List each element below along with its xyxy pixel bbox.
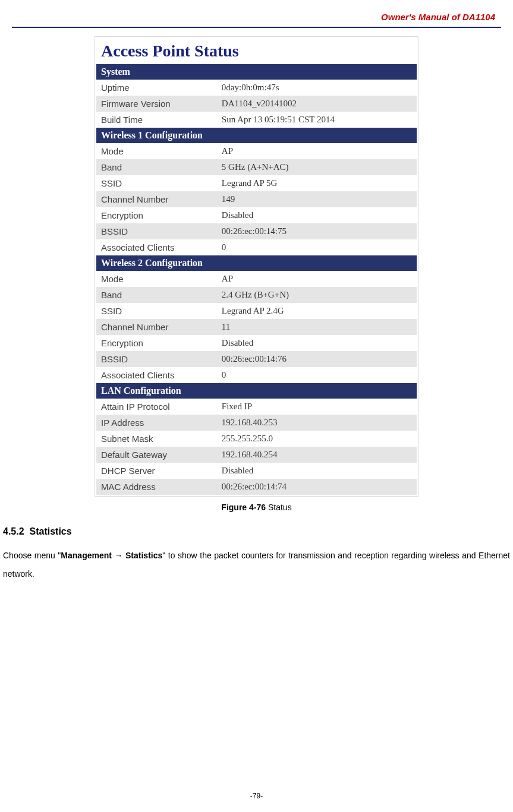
table-row: MAC Address00:26:ec:00:14:74 bbox=[96, 479, 417, 495]
table-row: BSSID00:26:ec:00:14:76 bbox=[96, 351, 417, 367]
row-value: Fixed IP bbox=[218, 399, 417, 415]
row-label: SSID bbox=[96, 175, 218, 191]
header-divider bbox=[12, 27, 501, 28]
section-wireless2: Wireless 2 Configuration bbox=[96, 255, 417, 271]
row-label: Firmware Version bbox=[96, 96, 218, 112]
section-content: 4.5.2 Statistics Choose menu "Management… bbox=[3, 526, 510, 583]
table-row: SSIDLegrand AP 2.4G bbox=[96, 303, 417, 319]
row-label: Mode bbox=[96, 143, 218, 159]
table-row: DHCP ServerDisabled bbox=[96, 463, 417, 479]
table-row: Associated Clients0 bbox=[96, 239, 417, 255]
table-row: Band2.4 GHz (B+G+N) bbox=[96, 287, 417, 303]
section-system: System bbox=[96, 64, 417, 80]
row-label: DHCP Server bbox=[96, 463, 218, 479]
row-label: Encryption bbox=[96, 335, 218, 351]
figure-wrap: Access Point Status System Uptime0day:0h… bbox=[0, 36, 513, 497]
table-row: EncryptionDisabled bbox=[96, 335, 417, 351]
table-row: Subnet Mask255.255.255.0 bbox=[96, 431, 417, 447]
table-row: SSIDLegrand AP 5G bbox=[96, 175, 417, 191]
table-row: ModeAP bbox=[96, 143, 417, 159]
table-row: EncryptionDisabled bbox=[96, 207, 417, 223]
section-number: 4.5.2 bbox=[3, 526, 24, 536]
row-label: Mode bbox=[96, 271, 218, 287]
table-row: Default Gateway192.168.40.254 bbox=[96, 447, 417, 463]
row-value: AP bbox=[218, 271, 417, 287]
row-value: Legrand AP 5G bbox=[218, 175, 417, 191]
table-row: Uptime0day:0h:0m:47s bbox=[96, 80, 417, 96]
row-value: 00:26:ec:00:14:75 bbox=[218, 223, 417, 239]
row-value: 149 bbox=[218, 191, 417, 207]
row-label: BSSID bbox=[96, 351, 218, 367]
row-value: 00:26:ec:00:14:76 bbox=[218, 351, 417, 367]
row-label: Attain IP Protocol bbox=[96, 399, 218, 415]
body-bold: Management → Statistics bbox=[61, 551, 162, 560]
table-system: Uptime0day:0h:0m:47s Firmware VersionDA1… bbox=[96, 80, 417, 128]
row-label: Uptime bbox=[96, 80, 218, 96]
table-row: Firmware VersionDA1104_v20141002 bbox=[96, 96, 417, 112]
row-value: 11 bbox=[218, 319, 417, 335]
row-value: AP bbox=[218, 143, 417, 159]
row-label: MAC Address bbox=[96, 479, 218, 495]
figure-caption: Figure 4-76 Status bbox=[0, 503, 513, 512]
row-label: Build Time bbox=[96, 112, 218, 128]
table-row: Channel Number11 bbox=[96, 319, 417, 335]
row-label: Band bbox=[96, 287, 218, 303]
row-value: Sun Apr 13 05:19:51 CST 2014 bbox=[218, 112, 417, 128]
aps-title: Access Point Status bbox=[96, 38, 417, 64]
row-value: 0 bbox=[218, 239, 417, 255]
section-heading: 4.5.2 Statistics bbox=[3, 526, 510, 537]
table-row: BSSID00:26:ec:00:14:75 bbox=[96, 223, 417, 239]
table-row: ModeAP bbox=[96, 271, 417, 287]
page-number: -79- bbox=[0, 792, 513, 800]
row-value: DA1104_v20141002 bbox=[218, 96, 417, 112]
row-value: 2.4 GHz (B+G+N) bbox=[218, 287, 417, 303]
row-value: Disabled bbox=[218, 463, 417, 479]
row-value: 0day:0h:0m:47s bbox=[218, 80, 417, 96]
row-label: Channel Number bbox=[96, 319, 218, 335]
body-pre: Choose menu " bbox=[3, 551, 61, 560]
row-label: Channel Number bbox=[96, 191, 218, 207]
row-label: Default Gateway bbox=[96, 447, 218, 463]
row-value: Disabled bbox=[218, 335, 417, 351]
table-wireless1: ModeAP Band5 GHz (A+N+AC) SSIDLegrand AP… bbox=[96, 143, 417, 255]
row-label: SSID bbox=[96, 303, 218, 319]
row-value: 192.168.40.254 bbox=[218, 447, 417, 463]
figure-text: Status bbox=[266, 503, 292, 512]
figure-label: Figure 4-76 bbox=[221, 503, 266, 512]
table-row: Band5 GHz (A+N+AC) bbox=[96, 159, 417, 175]
section-lan: LAN Configuration bbox=[96, 383, 417, 399]
row-value: Disabled bbox=[218, 207, 417, 223]
row-value: 5 GHz (A+N+AC) bbox=[218, 159, 417, 175]
table-row: IP Address192.168.40.253 bbox=[96, 415, 417, 431]
row-value: 00:26:ec:00:14:74 bbox=[218, 479, 417, 495]
section-title: Statistics bbox=[29, 526, 71, 536]
table-row: Channel Number149 bbox=[96, 191, 417, 207]
row-label: Band bbox=[96, 159, 218, 175]
row-label: IP Address bbox=[96, 415, 218, 431]
row-value: 192.168.40.253 bbox=[218, 415, 417, 431]
row-label: Associated Clients bbox=[96, 239, 218, 255]
row-label: Associated Clients bbox=[96, 367, 218, 383]
body-paragraph: Choose menu "Management → Statistics" to… bbox=[3, 546, 510, 583]
table-row: Associated Clients0 bbox=[96, 367, 417, 383]
table-wireless2: ModeAP Band2.4 GHz (B+G+N) SSIDLegrand A… bbox=[96, 271, 417, 383]
table-row: Build TimeSun Apr 13 05:19:51 CST 2014 bbox=[96, 112, 417, 128]
status-screenshot: Access Point Status System Uptime0day:0h… bbox=[95, 36, 418, 497]
row-value: 255.255.255.0 bbox=[218, 431, 417, 447]
row-label: Encryption bbox=[96, 207, 218, 223]
row-value: 0 bbox=[218, 367, 417, 383]
table-row: Attain IP ProtocolFixed IP bbox=[96, 399, 417, 415]
row-label: Subnet Mask bbox=[96, 431, 218, 447]
header-title: Owner's Manual of DA1104 bbox=[0, 12, 513, 27]
table-lan: Attain IP ProtocolFixed IP IP Address192… bbox=[96, 399, 417, 495]
section-wireless1: Wireless 1 Configuration bbox=[96, 128, 417, 143]
row-value: Legrand AP 2.4G bbox=[218, 303, 417, 319]
row-label: BSSID bbox=[96, 223, 218, 239]
